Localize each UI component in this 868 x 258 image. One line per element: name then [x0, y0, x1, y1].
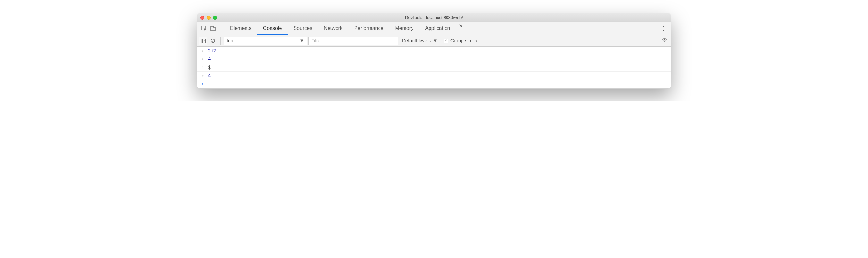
tab-performance[interactable]: Performance [348, 22, 390, 35]
traffic-lights [197, 16, 217, 20]
inspect-element-icon[interactable] [200, 24, 209, 33]
output-marker-icon [200, 74, 206, 78]
divider [221, 25, 221, 32]
console-output-row: 4 [197, 55, 671, 63]
chevron-down-icon: ▼ [299, 38, 304, 43]
svg-line-15 [665, 38, 666, 39]
titlebar: DevTools - localhost:8080/web/ [197, 13, 671, 22]
tab-console[interactable]: Console [257, 22, 288, 35]
chevron-down-icon: ▼ [433, 38, 437, 43]
devtools-window: DevTools - localhost:8080/web/ Elements … [197, 13, 671, 89]
divider [655, 25, 655, 32]
tab-elements[interactable]: Elements [224, 22, 257, 35]
console-prompt-row[interactable] [197, 80, 671, 88]
console-output: 2+2 4 $_ 4 [197, 47, 671, 88]
zoom-window-button[interactable] [213, 16, 217, 20]
tab-strip: Elements Console Sources Network Perform… [197, 22, 671, 35]
tab-memory[interactable]: Memory [389, 22, 419, 35]
close-window-button[interactable] [200, 16, 204, 20]
device-toolbar-icon[interactable] [209, 24, 218, 33]
console-result: 4 [208, 56, 211, 62]
input-marker-icon [200, 49, 206, 53]
tab-application[interactable]: Application [419, 22, 456, 35]
console-expression: $_ [208, 65, 214, 70]
clear-console-icon[interactable] [209, 36, 217, 45]
tab-network[interactable]: Network [318, 22, 348, 35]
window-title: DevTools - localhost:8080/web/ [197, 15, 671, 20]
svg-line-6 [212, 39, 214, 42]
group-similar-label: Group similar [451, 38, 479, 43]
output-marker-icon [200, 57, 206, 61]
filter-input[interactable] [308, 36, 398, 45]
log-levels-select[interactable]: Default levels ▼ [399, 36, 440, 45]
console-toolbar: top ▼ Default levels ▼ Group similar [197, 35, 671, 47]
tab-sources[interactable]: Sources [287, 22, 318, 35]
console-result: 4 [208, 73, 211, 78]
svg-line-13 [665, 41, 666, 41]
svg-point-7 [664, 39, 665, 40]
input-marker-icon [200, 65, 206, 69]
overflow-tabs-icon[interactable]: » [456, 22, 465, 35]
toggle-console-sidebar-icon[interactable] [199, 36, 207, 45]
svg-line-12 [663, 38, 663, 39]
minimize-window-button[interactable] [207, 16, 211, 20]
settings-menu-icon[interactable]: ⋮ [659, 25, 668, 32]
levels-label: Default levels [402, 38, 431, 43]
prompt-marker-icon [200, 82, 206, 86]
console-output-row: 4 [197, 71, 671, 80]
console-input-row: 2+2 [197, 47, 671, 55]
console-input-row: $_ [197, 63, 671, 71]
console-expression: 2+2 [208, 48, 216, 53]
console-settings-icon[interactable] [660, 37, 669, 44]
group-similar-checkbox[interactable] [444, 38, 448, 43]
panel-tabs: Elements Console Sources Network Perform… [224, 22, 465, 35]
text-cursor [208, 82, 208, 87]
context-selected-label: top [227, 38, 234, 43]
execution-context-select[interactable]: top ▼ [224, 36, 307, 45]
svg-line-14 [663, 41, 663, 41]
svg-rect-2 [213, 27, 215, 31]
svg-rect-4 [201, 38, 203, 43]
